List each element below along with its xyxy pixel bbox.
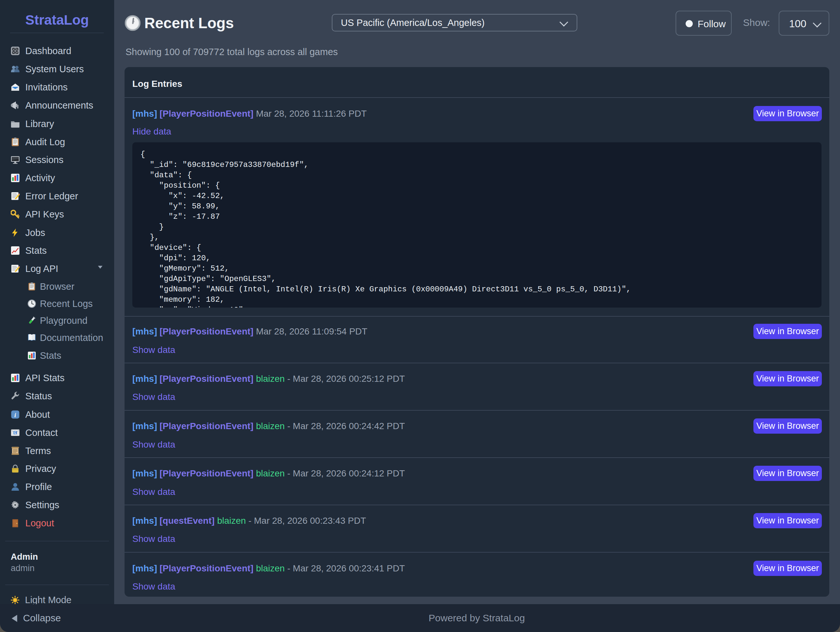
svg-text:i: i [14, 411, 16, 418]
svg-text:E: E [14, 431, 17, 435]
